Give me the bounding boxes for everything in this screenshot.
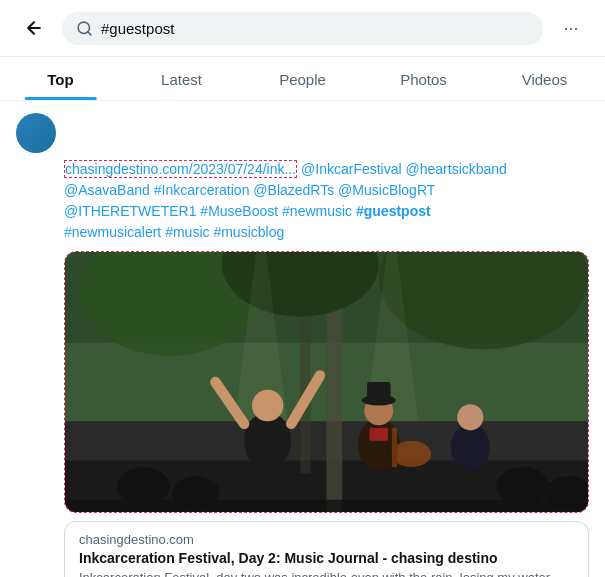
svg-rect-19 [392,428,397,467]
svg-point-18 [392,441,431,467]
tab-latest[interactable]: Latest [121,57,242,100]
media-card[interactable] [64,251,589,513]
link-domain: chasingdestino.com [79,532,574,547]
tab-people[interactable]: People [242,57,363,100]
svg-point-13 [252,390,283,421]
mention-asavaband[interactable]: @AsavaBand [64,182,150,198]
tweet-body: chasingdestino.com/2023/07/24/ink... @In… [64,159,589,577]
tab-photos[interactable]: Photos [363,57,484,100]
back-button[interactable] [16,10,52,46]
hashtag-musicblog[interactable]: #musicblog [213,224,284,240]
mention-musicblogrt[interactable]: @MusicBlogRT [338,182,435,198]
search-query-text: #guestpost [101,20,529,37]
search-icon [76,20,93,37]
svg-rect-29 [370,428,388,441]
hashtag-music[interactable]: #music [165,224,209,240]
search-results: chasingdestino.com/2023/07/24/ink... @In… [0,101,605,577]
more-icon: ··· [563,18,578,39]
hashtag-inkcarceration[interactable]: #Inkcarceration [154,182,250,198]
svg-point-21 [457,404,483,430]
hashtag-museboost[interactable]: #MuseBoost [200,203,278,219]
hashtag-newmusicalert[interactable]: #newmusicalert [64,224,161,240]
tab-top[interactable]: Top [0,57,121,100]
concert-image [65,252,588,512]
link-title: Inkcarceration Festival, Day 2: Music Jo… [79,550,574,566]
mention-blazedRTs[interactable]: @BlazedRTs [253,182,334,198]
mention-inkcarfestival[interactable]: @InkcarFestival [301,161,402,177]
avatar [16,113,56,153]
mention-heartsickband[interactable]: @heartsickband [406,161,507,177]
search-tabs: Top Latest People Photos Videos [0,57,605,101]
link-preview[interactable]: chasingdestino.com Inkcarceration Festiv… [64,521,589,577]
link-preview-content: chasingdestino.com Inkcarceration Festiv… [65,522,588,577]
tab-videos[interactable]: Videos [484,57,605,100]
header: #guestpost ··· [0,0,605,57]
svg-point-20 [451,424,490,471]
hashtag-guestpost[interactable]: #guestpost [356,203,431,219]
tweet-link[interactable]: chasingdestino.com/2023/07/24/ink... [64,160,297,178]
tweet-text: chasingdestino.com/2023/07/24/ink... @In… [64,159,589,243]
svg-rect-26 [65,500,588,512]
tweet-header [16,113,589,153]
search-bar[interactable]: #guestpost [62,12,543,45]
tweet-card: chasingdestino.com/2023/07/24/ink... @In… [0,101,605,577]
svg-rect-28 [367,382,391,403]
more-options-button[interactable]: ··· [553,10,589,46]
mention-itheretweter1[interactable]: @ITHERETWETER1 [64,203,196,219]
link-description: Inkcarceration Festival, day two was inc… [79,569,574,577]
hashtag-newmusic[interactable]: #newmusic [282,203,352,219]
